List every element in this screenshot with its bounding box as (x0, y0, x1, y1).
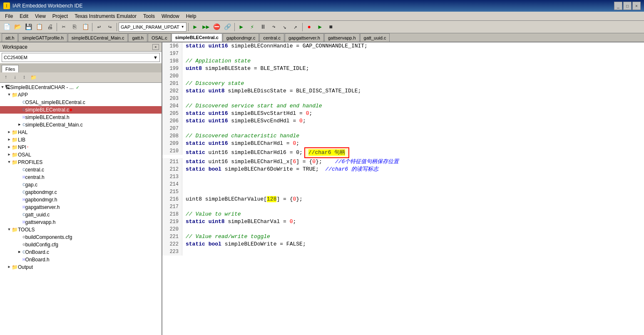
debug-button[interactable]: ▶ (236, 22, 246, 32)
line-code[interactable]: static uint8 simpleBLEDiscState = BLE_DI… (182, 87, 644, 95)
emulator-stop-button[interactable]: ■ (326, 22, 336, 32)
step-over-button[interactable]: ↷ (269, 22, 279, 32)
tab-att-h[interactable]: att.h (2, 33, 18, 42)
line-code[interactable]: // Value to write (182, 211, 644, 218)
tab-simpleGATTprofile-h[interactable]: simpleGATTprofile.h (18, 33, 67, 42)
menu-view[interactable]: View (32, 12, 49, 20)
open-button[interactable]: 📂 (12, 22, 22, 32)
tree-item-buildconfig[interactable]: ⚙ buildConfig.cfg (0, 241, 162, 248)
expand-icon[interactable]: ► (7, 265, 12, 270)
line-code[interactable]: uint8 simpleBLEState = BLE_STATE_IDLE; (182, 65, 644, 72)
undo-button[interactable]: ↩ (94, 22, 104, 32)
minimize-button[interactable]: _ (614, 2, 622, 10)
tree-item-onboard_c[interactable]: ►C OnBoard.c (0, 248, 162, 256)
tree-item-root[interactable]: ▼🏗 SimpleBLECentralCHAR - ...✓ (0, 84, 162, 91)
link-button[interactable]: 🔗 (223, 22, 233, 32)
gap-link-dropdown[interactable]: GAP_LINK_PARAM_UPDAT ▼ (119, 22, 186, 32)
line-code[interactable]: // Value read/write toggle (182, 233, 644, 241)
tree-item-app[interactable]: ▼📁 APP (0, 91, 162, 99)
print-button[interactable]: 🖨 (45, 22, 55, 32)
save-button[interactable]: 💾 (23, 22, 33, 32)
tab-OSAL-c[interactable]: OSAL.c (148, 33, 171, 42)
tree-item-gapbondmgr_h[interactable]: H gapbondmgr.h (0, 196, 162, 203)
line-code[interactable]: // Discovery state (182, 80, 644, 87)
step-in-button[interactable]: ↘ (280, 22, 290, 32)
expand-icon[interactable]: ▼ (7, 227, 12, 232)
line-code[interactable]: static bool simpleBLEChar6DoWrite = TRUE… (182, 166, 644, 173)
tree-item-central_h[interactable]: H central.h (0, 174, 162, 181)
tree-item-gapbondmgr_c[interactable]: C gapbondmgr.c (0, 189, 162, 196)
titlebar-controls[interactable]: _ □ × (614, 2, 641, 10)
tab-simpleBLECentral-c[interactable]: simpleBLECentral.c (172, 33, 222, 42)
sidebar-tool-4[interactable]: 📁 (29, 73, 37, 82)
tree-item-central_c[interactable]: C central.c (0, 166, 162, 174)
tree-item-npi[interactable]: ►📁 NPI · (0, 144, 162, 151)
menu-window[interactable]: Window (158, 12, 183, 20)
tree-item-simpleble_h[interactable]: H simpleBLECentral.h (0, 114, 162, 121)
break-button[interactable]: ⏸ (258, 22, 268, 32)
line-code[interactable]: static bool simpleBLEDoWrite = FALSE; (182, 241, 644, 248)
tab-gatt_uuid-c[interactable]: gatt_uuid.c (360, 33, 390, 42)
line-code[interactable]: // Application state (182, 57, 644, 65)
tab-gatt-h[interactable]: gatt.h (128, 33, 147, 42)
sidebar-tool-2[interactable]: ↓ (11, 73, 19, 82)
tree-item-gattservapp_h[interactable]: H gattservapp.h (0, 218, 162, 226)
menu-help[interactable]: Help (183, 12, 200, 20)
device-select[interactable]: CC2540EM ▼ (2, 53, 160, 62)
tree-item-osal[interactable]: ►📁 OSAL (0, 151, 162, 159)
line-code[interactable]: static uint16 simpleBLESvcStartHdl = 0; (182, 110, 644, 117)
close-button[interactable]: × (632, 2, 641, 10)
tree-item-gapgattserver_h[interactable]: H gapgattserver.h (0, 203, 162, 211)
code-editor[interactable]: 196static uint16 simpleBLEConnHandle = G… (162, 42, 644, 335)
paste-button[interactable]: 📋 (80, 22, 90, 32)
sidebar-tool-1[interactable]: ↑ (2, 73, 10, 82)
tree-item-simpleble_c[interactable]: C simpleBLECentral.c ● (0, 106, 162, 114)
emulator-connect-button[interactable]: ● (304, 22, 314, 32)
tab-gattservapp-h[interactable]: gattservapp.h (324, 33, 360, 42)
line-code[interactable]: static uint16 simpleBLECharHdl = 0; (182, 140, 644, 147)
sidebar-tool-3[interactable]: ↕ (20, 73, 28, 82)
line-code[interactable]: // Discovered characteristic handle (182, 132, 644, 140)
line-code[interactable]: static uint16 simpleBLESvcEndHdl = 0; (182, 117, 644, 125)
tab-gapbondmgr-c[interactable]: gapbondmgr.c (223, 33, 259, 42)
step-out-button[interactable]: ↗ (291, 22, 301, 32)
tree-item-onboard_h[interactable]: H OnBoard.h (0, 256, 162, 263)
tab-central-c[interactable]: central.c (259, 33, 284, 42)
expand-icon[interactable]: ▼ (7, 160, 12, 165)
tree-item-osal_main[interactable]: C OSAL_simpleBLECentral.c (0, 99, 162, 106)
line-code[interactable]: uint8 simpleBLECharValue[128] = {0}; (182, 196, 644, 203)
tree-item-gatt_uuid_c[interactable]: C gatt_uuid.c (0, 211, 162, 218)
stop-build-button[interactable]: ⛔ (212, 22, 222, 32)
copy-button[interactable]: ⎘ (70, 22, 80, 32)
tree-item-gap_c[interactable]: C gap.c (0, 181, 162, 189)
line-code[interactable]: static uint16 simpleBLECharHdl6 = 0;//ch… (182, 147, 644, 158)
build-button[interactable]: ▶▶ (201, 22, 211, 32)
menu-texas-instruments-emulator[interactable]: Texas Instruments Emulator (71, 12, 140, 20)
tree-item-output[interactable]: ►📁 Output (0, 263, 162, 271)
maximize-button[interactable]: □ (623, 2, 632, 10)
compile-button[interactable]: ▶ (190, 22, 200, 32)
new-button[interactable]: 📄 (2, 22, 12, 32)
expand-icon[interactable]: ► (7, 130, 12, 135)
line-code[interactable]: static uint8 simpleBLECharVal = 0; (182, 218, 644, 226)
line-code[interactable]: // Discovered service start and end hand… (182, 102, 644, 110)
tree-item-hal[interactable]: ►📁 HAL (0, 129, 162, 136)
expand-icon[interactable]: ► (7, 137, 12, 142)
tree-item-simpleble_main[interactable]: ►C simpleBLECentral_Main.c (0, 121, 162, 129)
sidebar-close-button[interactable]: × (152, 44, 159, 50)
menu-edit[interactable]: Edit (16, 12, 32, 20)
tree-item-profiles[interactable]: ▼📁 PROFILES (0, 159, 162, 166)
expand-icon[interactable]: ▼ (7, 92, 12, 97)
expand-icon[interactable]: ► (7, 152, 12, 157)
expand-icon[interactable]: ► (7, 145, 12, 150)
tree-item-buildcomponents[interactable]: ⚙ buildComponents.cfg (0, 233, 162, 241)
menu-project[interactable]: Project (49, 12, 71, 20)
tab-gapgattserver-h[interactable]: gapgattserver.h (285, 33, 324, 42)
tab-simpleBLECentral_Main-c[interactable]: simpleBLECentral_Main.c (68, 33, 128, 42)
files-tab[interactable]: Files (2, 65, 19, 72)
run-button[interactable]: ⚡ (247, 22, 257, 32)
tree-item-lib[interactable]: ►📁 LIB (0, 136, 162, 144)
expand-icon[interactable]: ▼ (0, 85, 5, 90)
cut-button[interactable]: ✂ (59, 22, 69, 32)
save-all-button[interactable]: 📋 (34, 22, 44, 32)
